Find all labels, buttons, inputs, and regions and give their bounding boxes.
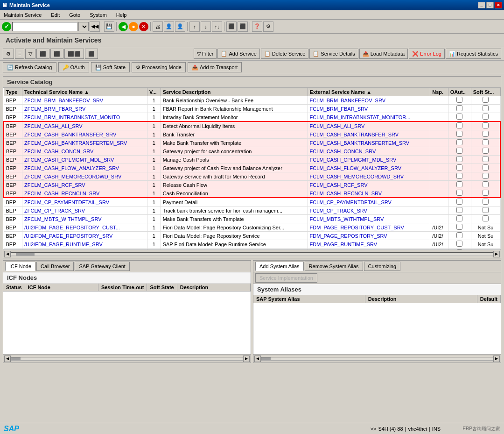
save-btn[interactable]: 💾 — [104, 21, 114, 32]
delete-service-button[interactable]: 📋 Delete Service — [261, 49, 309, 59]
system-aliases-header: SAP System Alias Description Default — [253, 295, 501, 303]
soft-state-button[interactable]: 💾 Soft State — [91, 62, 130, 72]
table-row[interactable]: BEPZFCLM_CASH_MEMORECORDWD_SRV1Gateway S… — [4, 172, 500, 181]
minimize-button[interactable]: _ — [478, 2, 485, 8]
oauth-cell — [448, 223, 471, 232]
icon-btn-7[interactable]: ⬛ — [85, 49, 98, 59]
table-row[interactable]: BEP/UI2/FDM_PAGE_REPOSITORY_CUST...1Fior… — [4, 223, 500, 232]
table-row[interactable]: BEPZFCLM_CASH_CONCN_SRV1Gateway project … — [4, 147, 500, 156]
menu-system[interactable]: System — [88, 11, 109, 19]
service-details-button[interactable]: 📋 Service Details — [309, 49, 358, 59]
next-btn[interactable]: ↑↓ — [212, 21, 222, 32]
alias-scroll-left[interactable]: ◀ — [254, 356, 261, 362]
menu-maintain-service[interactable]: Maintain Service — [2, 11, 43, 19]
command-input[interactable] — [12, 22, 77, 31]
tab-sap-gateway[interactable]: SAP Gateway Client — [75, 262, 129, 271]
scroll-left-arrow[interactable]: ◀ — [4, 251, 11, 257]
tab-customizing[interactable]: Customizing — [364, 262, 401, 271]
tab-add-system-alias[interactable]: Add System Alias — [255, 262, 304, 271]
scroll-right-arrow[interactable]: ▶ — [493, 251, 500, 257]
confirm-button[interactable]: ✓ — [2, 22, 11, 31]
delete-icon: 📋 — [264, 51, 271, 57]
table-row[interactable]: BEP/UI2/FDM_PAGE_REPOSITORY_SRV1Fiori Da… — [4, 232, 500, 240]
col-name[interactable]: Technical Service Name ▲ — [22, 88, 147, 96]
menu-help[interactable]: Help — [114, 11, 129, 19]
prev-btn[interactable]: ↓ — [201, 21, 211, 32]
service-impl-bar: Service Implementation — [253, 272, 501, 284]
table-row[interactable]: BEPZFCLM_CP_PAYMENTDETAIL_SRV1Payment De… — [4, 198, 500, 206]
table-row[interactable]: BEPZFCLM_CASH_BANKTRANSFERTEM_SRV1Make B… — [4, 139, 500, 147]
alias-scroll-track[interactable] — [261, 357, 493, 361]
layout-btn1[interactable]: ⬛ — [226, 21, 237, 32]
layout-btn2[interactable]: ⬛ — [238, 21, 248, 32]
processing-mode-button[interactable]: ⚙ Processing Mode — [132, 62, 186, 72]
alias-scrollbar[interactable]: ◀ ▶ — [253, 354, 501, 363]
command-dropdown[interactable] — [78, 22, 89, 31]
cancel-btn[interactable]: ✕ — [139, 22, 148, 31]
horizontal-scrollbar[interactable]: ◀ ▶ — [3, 249, 501, 258]
table-row[interactable]: BEPZFCLM_CASH_BANKTRANSFER_SRV1Bank Tran… — [4, 130, 500, 139]
table-row[interactable]: BEPZFCLM_BRM_FBAR_SRV1FBAR Report in Ban… — [4, 105, 500, 113]
tab-call-browser[interactable]: Call Browser — [36, 262, 74, 271]
nav-back-btn[interactable]: ◀ — [119, 22, 128, 31]
icf-scroll-track[interactable] — [11, 357, 243, 361]
icon-btn-5[interactable]: ⬛ — [50, 49, 63, 59]
icf-scroll-right[interactable]: ▶ — [243, 356, 250, 362]
tab-remove-system-alias[interactable]: Remove System Alias — [305, 262, 363, 271]
add-service-button[interactable]: 📋 Add Service — [217, 49, 259, 59]
add-to-transport-button[interactable]: 📤 Add to Transport — [188, 62, 242, 72]
oauth-button[interactable]: 🔑 OAuth — [58, 62, 89, 72]
table-row[interactable]: BEPZFCLM_BRM_INTRABNKSTAT_MONITO1Intrada… — [4, 113, 500, 122]
table-row[interactable]: BEP/UI2/FDM_PAGE_RUNTIME_SRV1SAP Fiori D… — [4, 240, 500, 249]
tab-service-implementation[interactable]: Service Implementation — [255, 273, 317, 283]
col-ext[interactable]: External Service Name ▲ — [308, 88, 430, 96]
table-row[interactable]: BEPZFCLM_BRM_BANKFEEOV_SRV1Bank Relation… — [4, 96, 500, 105]
error-log-button[interactable]: ❌ Error Log — [409, 49, 445, 59]
menu-goto[interactable]: Goto — [67, 11, 82, 19]
system-aliases-scroll[interactable] — [253, 303, 501, 354]
settings-btn[interactable]: ⚙ — [263, 21, 273, 32]
back-btn[interactable]: ◀◀ — [90, 21, 100, 32]
alias-col-name: SAP System Alias — [253, 295, 365, 303]
table-row[interactable]: BEPZFCLM_CASH_FLOW_ANALYZER_SRV1Gateway … — [4, 164, 500, 172]
table-row[interactable]: BEPZFCLM_CP_TRACK_SRV1Track bank transfe… — [4, 206, 500, 215]
icon-btn-4[interactable]: ⬛ — [36, 49, 49, 59]
request-stats-button[interactable]: 📊 Request Statistics — [446, 49, 501, 59]
system-aliases-tab-bar: Add System Alias Remove System Alias Cus… — [253, 261, 501, 272]
refresh-catalog-button[interactable]: 🔄 Refresh Catalog — [3, 62, 56, 72]
find-btn[interactable]: 👤 — [164, 21, 174, 32]
icon-btn-2[interactable]: ≡ — [15, 49, 24, 59]
soft-state-cell — [471, 206, 500, 215]
close-button[interactable]: ✕ — [495, 2, 502, 8]
action-toolbar-1: ⚙ ≡ ▽ ⬛ ⬛ ⬛⬛ ⬛ ▽ Filter 📋 Add Service 📋 … — [0, 47, 504, 61]
icf-nodes-title: ICF Nodes — [3, 272, 251, 284]
oauth-cell — [448, 139, 471, 147]
table-row[interactable]: BEPZFCLM_CASH_RCF_SRV1Release Cash FlowF… — [4, 181, 500, 189]
filter-button[interactable]: ▽ Filter — [194, 49, 217, 59]
table-row[interactable]: BEPZFCLM_MBTS_WITHTMPL_SRV1Make Bank Tra… — [4, 215, 500, 223]
icf-scroll-area[interactable] — [3, 292, 251, 354]
table-row[interactable]: BEPZFCLM_CASH_CPLMGMT_MDL_SRV1Manage Cas… — [4, 156, 500, 164]
status-sep2: | — [429, 426, 430, 432]
icf-scroll-left[interactable]: ◀ — [4, 356, 11, 362]
icon-btn-3[interactable]: ▽ — [25, 49, 35, 59]
table-row[interactable]: BEPZFCLM_CASH_ALI_SRV1Detect Abnormal Li… — [4, 121, 500, 130]
alias-scroll-right[interactable]: ▶ — [493, 356, 500, 362]
scroll-track[interactable] — [11, 252, 493, 256]
table-row[interactable]: BEPZFCLM_CASH_RECNCLN_SRV1Cash Reconcili… — [4, 189, 500, 198]
first-btn[interactable]: ↑ — [189, 21, 200, 32]
maximize-button[interactable]: □ — [486, 2, 494, 8]
add-icon: 📋 — [221, 51, 227, 57]
menu-edit[interactable]: Edit — [49, 11, 62, 19]
load-metadata-button[interactable]: 📥 Load Metadata — [359, 49, 408, 59]
find-next-btn[interactable]: 👤 — [175, 21, 185, 32]
bottom-panels: ICF Node Call Browser SAP Gateway Client… — [3, 260, 501, 363]
icon-btn-6[interactable]: ⬛⬛ — [64, 49, 84, 59]
print-btn[interactable]: 🖨 — [153, 21, 163, 32]
icon-btn-1[interactable]: ⚙ — [3, 49, 14, 59]
icf-scrollbar[interactable]: ◀ ▶ — [3, 354, 251, 363]
tab-icf-node[interactable]: ICF Node — [5, 262, 35, 271]
service-catalog-scroll[interactable]: Type Technical Service Name ▲ V... Servi… — [3, 88, 501, 249]
stop-btn[interactable]: ● — [129, 22, 138, 31]
help-btn[interactable]: ❓ — [252, 21, 262, 32]
